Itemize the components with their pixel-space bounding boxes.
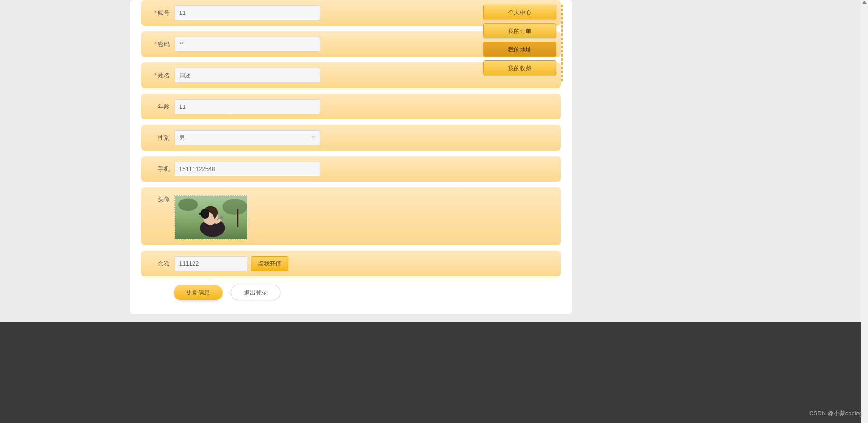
avatar-image (175, 196, 247, 239)
label-gender: 性别 (149, 134, 170, 142)
svg-point-2 (223, 199, 247, 215)
svg-point-8 (220, 216, 223, 220)
input-age[interactable] (174, 99, 320, 114)
input-phone[interactable] (174, 162, 320, 176)
sidebar-item-profile[interactable]: 个人中心 (483, 5, 556, 19)
avatar-upload[interactable] (174, 195, 247, 240)
label-avatar: 头像 (149, 195, 170, 204)
sidebar-item-orders[interactable]: 我的订单 (483, 23, 556, 38)
scroll-up-icon (862, 1, 867, 4)
row-age: 年龄 (141, 94, 561, 119)
sidebar-item-address[interactable]: 我的地址 (483, 42, 556, 57)
select-gender[interactable]: 男 ▽ (174, 130, 320, 145)
label-age: 年龄 (149, 103, 170, 111)
label-account: *账号 (149, 9, 170, 17)
update-button[interactable]: 更新信息 (174, 285, 223, 300)
label-phone: 手机 (149, 165, 170, 173)
page-footer (0, 322, 868, 423)
recharge-button[interactable]: 点我充值 (251, 256, 288, 271)
row-avatar: 头像 (141, 187, 561, 245)
svg-rect-3 (237, 209, 238, 227)
row-gender: 性别 男 ▽ (141, 125, 561, 151)
svg-rect-7 (199, 213, 203, 215)
watermark: CSDN @小蔡coding (809, 409, 863, 418)
label-password: *密码 (149, 40, 170, 48)
action-buttons: 更新信息 退出登录 (174, 285, 561, 300)
row-phone: 手机 (141, 156, 561, 182)
page-wrapper: *账号 *密码 *姓名 年龄 (0, 0, 868, 423)
input-account[interactable] (174, 5, 320, 20)
input-balance[interactable] (174, 256, 247, 271)
chevron-down-icon: ▽ (312, 135, 315, 141)
input-password[interactable] (174, 37, 320, 52)
sidebar-item-favorites[interactable]: 我的收藏 (483, 60, 556, 75)
input-name[interactable] (174, 68, 320, 83)
logout-button[interactable]: 退出登录 (231, 285, 280, 300)
row-balance: 余额 点我充值 (141, 251, 561, 276)
sidebar: 个人中心 我的订单 我的地址 我的收藏 (483, 5, 563, 81)
label-name: *姓名 (149, 71, 170, 80)
svg-point-1 (178, 199, 198, 211)
label-balance: 余额 (149, 260, 170, 268)
scrollbar[interactable] (861, 0, 868, 423)
